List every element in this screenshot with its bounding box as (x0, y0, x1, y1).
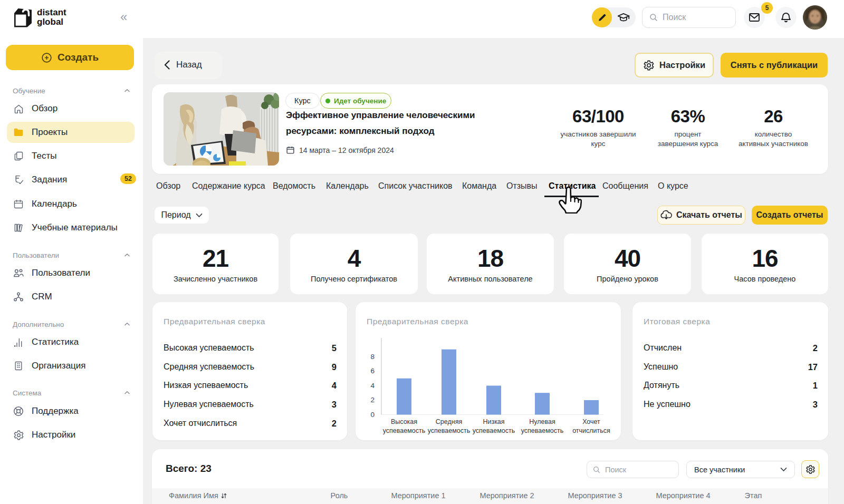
svg-text:успеваемость: успеваемость (473, 427, 515, 434)
svg-text:отчислиться: отчислиться (572, 427, 610, 434)
svg-text:Хочет: Хочет (582, 418, 600, 425)
svg-text:Низкая: Низкая (483, 418, 504, 425)
svg-text:Нулевая: Нулевая (529, 418, 555, 425)
svg-text:6: 6 (370, 367, 375, 375)
svg-text:8: 8 (370, 353, 375, 361)
svg-text:успеваемость: успеваемость (521, 427, 564, 434)
svg-text:успеваемость: успеваемость (428, 427, 471, 434)
svg-text:2: 2 (370, 396, 375, 404)
svg-text:Средняя: Средняя (436, 418, 462, 425)
svg-text:Высокая: Высокая (391, 418, 417, 425)
svg-text:4: 4 (370, 382, 375, 390)
svg-text:0: 0 (370, 411, 375, 419)
svg-text:успеваемость: успеваемость (383, 427, 426, 434)
